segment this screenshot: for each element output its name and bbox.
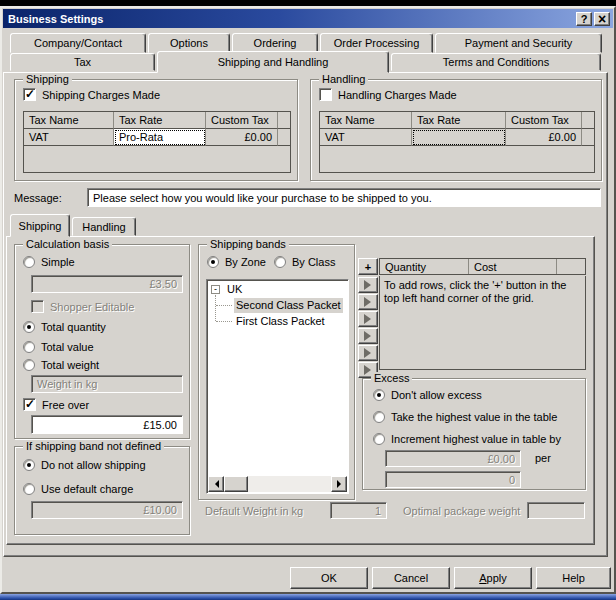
button-label: Help xyxy=(562,572,585,584)
band-not-defined-group: If shipping band not defined Do not allo… xyxy=(14,446,190,535)
tab-options[interactable]: Options xyxy=(148,33,230,53)
shipping-charges-made-checkbox[interactable]: Shipping Charges Made xyxy=(23,88,160,101)
grid-row-button[interactable] xyxy=(358,294,378,310)
tree-item-uk[interactable]: UK xyxy=(227,282,242,297)
grid-row-button[interactable] xyxy=(358,277,378,293)
radio-icon[interactable] xyxy=(373,433,385,445)
tree-collapse-icon[interactable]: - xyxy=(211,285,220,294)
arrow-left-icon xyxy=(211,480,219,488)
radio-selected-icon[interactable] xyxy=(207,256,219,268)
radio-icon[interactable] xyxy=(23,341,35,353)
custom-tax-cell[interactable]: £0.00 xyxy=(506,129,582,146)
tab-ordering[interactable]: Ordering xyxy=(232,33,318,53)
checkbox-checked-icon[interactable] xyxy=(23,88,36,101)
radio-take-highest-value[interactable]: Take the highest value in the table xyxy=(373,411,557,423)
tab-company-contact[interactable]: Company/Contact xyxy=(10,33,146,53)
per-quantity-field: 0 xyxy=(385,471,521,488)
tree-line xyxy=(216,305,232,306)
radio-do-not-allow-shipping[interactable]: Do not allow shipping xyxy=(23,459,146,471)
grid-row-button[interactable] xyxy=(358,328,378,344)
radio-selected-icon[interactable] xyxy=(23,459,35,471)
tree-item-first-class-packet[interactable]: First Class Packet xyxy=(236,314,325,329)
tab-terms-and-conditions[interactable]: Terms and Conditions xyxy=(391,53,601,71)
help-button[interactable]: ? xyxy=(576,12,592,26)
table-row: VAT £0.00 xyxy=(320,129,594,146)
increment-amount-field: £0.00 xyxy=(385,450,521,467)
radio-by-class[interactable]: By Class xyxy=(274,256,335,268)
radio-icon[interactable] xyxy=(23,359,35,371)
checkbox-checked-icon[interactable] xyxy=(23,398,36,411)
shipping-bands-tree[interactable]: - UK Second Class Packet First Class Pac… xyxy=(206,279,349,494)
custom-tax-cell[interactable]: £0.00 xyxy=(206,129,278,146)
handling-charges-made-checkbox[interactable]: Handling Charges Made xyxy=(319,88,457,101)
radio-total-weight[interactable]: Total weight xyxy=(23,359,99,371)
calculation-basis-group: Calculation basis Simple £3.50 Shopper E… xyxy=(14,244,190,439)
cancel-button[interactable]: Cancel xyxy=(372,567,450,589)
checkbox-label: Shopper Editable xyxy=(50,301,134,313)
tax-rate-cell[interactable] xyxy=(412,129,506,146)
radio-use-default-charge[interactable]: Use default charge xyxy=(23,483,133,495)
arrow-right-icon xyxy=(337,480,345,488)
title-bar[interactable]: Business Settings ? × xyxy=(3,9,613,28)
column-header-quantity: Quantity xyxy=(380,259,469,274)
radio-label: Total weight xyxy=(41,359,99,371)
scroll-right-button[interactable] xyxy=(331,476,347,492)
subtab-handling[interactable]: Handling xyxy=(72,217,136,236)
button-label: OK xyxy=(321,572,337,584)
apply-button[interactable]: Apply xyxy=(454,567,532,589)
radio-total-quantity[interactable]: Total quantity xyxy=(23,321,106,333)
tax-name-cell[interactable]: VAT xyxy=(320,129,412,146)
message-input[interactable]: Please select how you would like your pu… xyxy=(87,188,601,207)
tab-shipping-and-handling[interactable]: Shipping and Handling xyxy=(157,51,389,73)
scroll-left-button[interactable] xyxy=(208,476,224,492)
radio-icon[interactable] xyxy=(23,256,35,268)
tree-line xyxy=(215,295,216,321)
checkbox-unchecked-icon[interactable] xyxy=(319,88,332,101)
default-charge-field: £10.00 xyxy=(31,501,183,519)
radio-label: By Class xyxy=(292,256,335,268)
tab-order-processing[interactable]: Order Processing xyxy=(320,33,433,53)
row-arrow-icon xyxy=(364,297,376,307)
grid-row-button[interactable] xyxy=(358,345,378,361)
help-button-bottom[interactable]: Help xyxy=(536,567,611,589)
band-not-defined-title: If shipping band not defined xyxy=(23,440,164,452)
per-label: per xyxy=(535,452,551,464)
grid-body-hint[interactable]: To add rows, click the '+' button in the… xyxy=(379,276,586,370)
tab-label: Shipping xyxy=(19,220,62,232)
radio-label: Simple xyxy=(41,256,75,268)
default-weight-field: 1 xyxy=(330,502,387,519)
tax-rate-cell[interactable]: Pro-Rata xyxy=(114,129,206,146)
radio-simple[interactable]: Simple xyxy=(23,256,75,268)
background-window-bottom-edge xyxy=(0,594,616,600)
tab-tax[interactable]: Tax xyxy=(10,53,155,71)
free-over-amount-field[interactable]: £15.00 xyxy=(31,415,183,434)
radio-by-zone[interactable]: By Zone xyxy=(207,256,266,268)
grid-row-button[interactable] xyxy=(358,311,378,327)
radio-selected-icon[interactable] xyxy=(23,321,35,333)
scrollbar-thumb[interactable] xyxy=(224,476,248,492)
radio-icon[interactable] xyxy=(23,483,35,495)
ok-button[interactable]: OK xyxy=(290,567,368,589)
optimal-package-weight-label: Optimal package weight xyxy=(403,505,520,517)
close-button[interactable]: × xyxy=(594,12,610,26)
subtab-shipping[interactable]: Shipping xyxy=(10,214,70,237)
free-over-checkbox[interactable]: Free over xyxy=(23,398,89,411)
handling-group: Handling Handling Charges Made Tax Name … xyxy=(310,79,602,181)
radio-dont-allow-excess[interactable]: Don't allow excess xyxy=(373,389,482,401)
excess-group: Excess Don't allow excess Take the highe… xyxy=(362,378,586,490)
tree-horizontal-scrollbar[interactable] xyxy=(208,476,347,492)
radio-icon[interactable] xyxy=(274,256,286,268)
grid-overflow-column xyxy=(557,259,585,274)
radio-icon[interactable] xyxy=(373,411,385,423)
tax-name-cell[interactable]: VAT xyxy=(24,129,114,146)
handling-group-title: Handling xyxy=(319,73,368,85)
handling-tax-table: Tax Name Tax Rate Custom Tax VAT £0.00 xyxy=(319,111,595,173)
radio-label: Total value xyxy=(41,341,94,353)
radio-increment-highest-value[interactable]: Increment highest value in table by xyxy=(373,433,561,445)
tree-item-second-class-packet[interactable]: Second Class Packet xyxy=(234,298,343,313)
radio-total-value[interactable]: Total value xyxy=(23,341,94,353)
grid-add-row-button[interactable]: + xyxy=(358,258,378,275)
shipping-tax-table: Tax Name Tax Rate Custom Tax VAT Pro-Rat… xyxy=(23,111,291,173)
radio-selected-icon[interactable] xyxy=(373,389,385,401)
tab-payment-and-security[interactable]: Payment and Security xyxy=(435,33,602,53)
